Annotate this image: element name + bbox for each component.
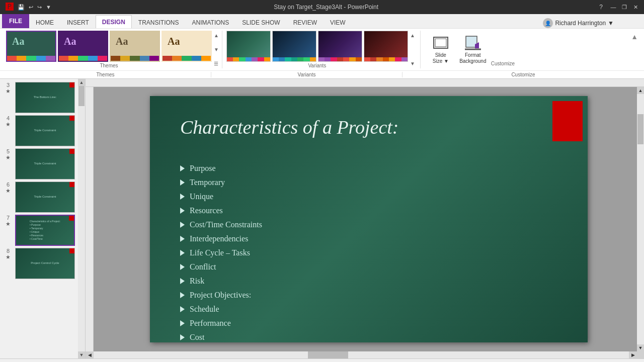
quick-access-toolbar: 🅿 💾 ↩ ↪ ▼ — [4, 2, 53, 13]
slide-size-button[interactable]: SlideSize ▼ — [427, 35, 455, 64]
theme-item-3[interactable]: Aa — [110, 31, 160, 62]
customize-label: Customize — [403, 72, 644, 77]
variant-scroll-down[interactable]: ▼ — [409, 60, 416, 67]
slide-thumb-8[interactable]: 8 ★ Project Control Cycle — [2, 247, 76, 280]
canvas-inner: Characteristics of a Project: Purpose Te… — [86, 79, 644, 358]
theme-scroll-arrows: ▲ ▼ ☰ — [213, 31, 220, 68]
save-button[interactable]: 💾 — [16, 3, 26, 12]
list-item[interactable]: Purpose — [180, 161, 557, 175]
tab-view[interactable]: VIEW — [324, 16, 352, 28]
slide-thumb-3[interactable]: 3 ★ The Bottom Line: — [2, 81, 76, 114]
list-item[interactable]: Conflict — [180, 260, 557, 274]
theme-item-2[interactable]: Aa — [58, 31, 108, 62]
themes-group-label: Themes — [6, 62, 212, 68]
canvas-vscroll-up-button[interactable]: ▲ — [637, 87, 644, 94]
status-bar: SLIDE 7 OF 14 ⊞ 📝 NOTES 💬 COMMENTS ⊞ ⊟ ⊠… — [0, 358, 644, 362]
redo-button[interactable]: ↪ — [36, 3, 43, 12]
bullet-arrow-icon — [180, 222, 185, 228]
ribbon-content: Aa Aa — [0, 28, 644, 70]
list-item[interactable]: Performance — [180, 316, 557, 330]
tab-home[interactable]: HOME — [29, 16, 60, 28]
bullet-arrow-icon — [180, 236, 185, 242]
account-name: Richard Harrington — [555, 20, 606, 27]
tab-file[interactable]: FILE — [2, 14, 29, 28]
scroll-corner — [637, 351, 644, 358]
tab-animations[interactable]: ANIMATIONS — [185, 16, 235, 28]
slide-title[interactable]: Characteristics of a Project: — [180, 116, 527, 138]
close-button[interactable]: ✕ — [631, 3, 640, 12]
theme-item-1[interactable]: Aa — [6, 31, 56, 62]
variant-items — [226, 31, 408, 62]
list-item[interactable]: Risk — [180, 274, 557, 288]
list-item[interactable]: Resources — [180, 204, 557, 218]
bullet-arrow-icon — [180, 208, 185, 214]
red-decoration-block — [552, 101, 583, 141]
ribbon: FILE HOME INSERT DESIGN TRANSITIONS ANIM… — [0, 14, 644, 79]
format-background-button[interactable]: FormatBackground — [459, 35, 487, 64]
tab-insert[interactable]: INSERT — [60, 16, 96, 28]
variant-item-3[interactable] — [318, 31, 362, 62]
canvas-vscroll-down-button[interactable]: ▼ — [637, 344, 644, 351]
slide-thumb-7[interactable]: 7 ★ Characteristics of a Project:• Purpo… — [2, 214, 76, 247]
restore-button[interactable]: ❐ — [620, 3, 629, 12]
undo-button[interactable]: ↩ — [27, 3, 35, 12]
bullet-arrow-icon — [180, 250, 185, 256]
title-bar: 🅿 💾 ↩ ↪ ▼ Stay on Target_Stage3Alt - Pow… — [0, 0, 644, 14]
format-background-icon — [465, 35, 481, 52]
slide-thumb-4[interactable]: 4 ★ Triple Constraint — [2, 114, 76, 147]
canvas-vscroll-thumb[interactable] — [637, 114, 643, 144]
tab-design[interactable]: DESIGN — [96, 15, 132, 28]
variant-item-2[interactable] — [272, 31, 316, 62]
format-background-label: FormatBackground — [459, 52, 486, 64]
theme-scroll-up[interactable]: ▲ — [213, 32, 220, 39]
slide-size-label: SlideSize ▼ — [433, 52, 449, 64]
vertical-ruler — [86, 87, 94, 351]
variant-scroll-up[interactable]: ▲ — [409, 32, 416, 39]
minimize-button[interactable]: — — [609, 3, 618, 12]
theme-item-4[interactable]: Aa — [162, 31, 212, 62]
list-item[interactable]: Cost — [180, 330, 557, 344]
variant-item-1[interactable] — [226, 31, 271, 62]
account-button[interactable]: 👤 Richard Harrington ▼ — [543, 18, 644, 28]
bullet-arrow-icon — [180, 292, 185, 298]
bullet-arrow-icon — [180, 194, 185, 200]
slide-thumb-6[interactable]: 6 ★ Triple Constraint — [2, 180, 76, 214]
slide-thumb-5[interactable]: 5 ★ Triple Constraint — [2, 147, 76, 180]
theme-scroll-down[interactable]: ▼ — [213, 46, 220, 53]
bullet-arrow-icon — [180, 278, 185, 284]
tab-review[interactable]: REVIEW — [287, 16, 324, 28]
bullet-list: Purpose Temporary Unique Resources — [180, 161, 557, 344]
horizontal-ruler — [86, 79, 644, 87]
list-item[interactable]: Unique — [180, 190, 557, 204]
ribbon-tabs: FILE HOME INSERT DESIGN TRANSITIONS ANIM… — [0, 14, 644, 28]
canvas-hscroll-right-button[interactable]: ▶ — [629, 351, 637, 358]
canvas-hscrollbar: ◀ ▶ — [86, 351, 644, 358]
canvas-hscroll-left-button[interactable]: ◀ — [86, 351, 94, 358]
tab-slideshow[interactable]: SLIDE SHOW — [235, 16, 286, 28]
theme-more[interactable]: ☰ — [213, 60, 220, 67]
bullet-arrow-icon — [180, 306, 185, 312]
slide-canvas[interactable]: Characteristics of a Project: Purpose Te… — [150, 96, 588, 342]
list-item[interactable]: Schedule — [180, 302, 557, 316]
slide-scroll-thumb[interactable] — [78, 86, 85, 106]
help-button[interactable]: ? — [599, 4, 603, 11]
list-item[interactable]: Project Objectives: — [180, 288, 557, 302]
bullet-arrow-icon — [180, 179, 185, 186]
collapse-ribbon-button[interactable]: ▲ — [629, 31, 640, 43]
canvas-hscroll-track — [94, 351, 629, 358]
list-item[interactable]: Life Cycle – Tasks — [180, 246, 557, 260]
ribbon-group-labels: Themes Variants Customize — [0, 70, 644, 78]
slide-scroll-up-button[interactable]: ▲ — [78, 79, 85, 86]
tab-transitions[interactable]: TRANSITIONS — [132, 16, 186, 28]
svg-rect-1 — [435, 39, 446, 47]
list-item[interactable]: Cost/Time Constraints — [180, 218, 557, 232]
list-item[interactable]: Temporary — [180, 175, 557, 190]
list-item[interactable]: Interdependencies — [180, 232, 557, 246]
customize-qat-button[interactable]: ▼ — [44, 3, 53, 11]
powerpoint-icon: 🅿 — [4, 2, 15, 13]
slide-scroll-down-button[interactable]: ▼ — [78, 351, 85, 358]
slide-scroll-track — [78, 86, 85, 351]
canvas-hscroll-thumb[interactable] — [308, 351, 348, 358]
bullet-arrow-icon — [180, 264, 185, 270]
variant-item-4[interactable] — [364, 31, 408, 62]
